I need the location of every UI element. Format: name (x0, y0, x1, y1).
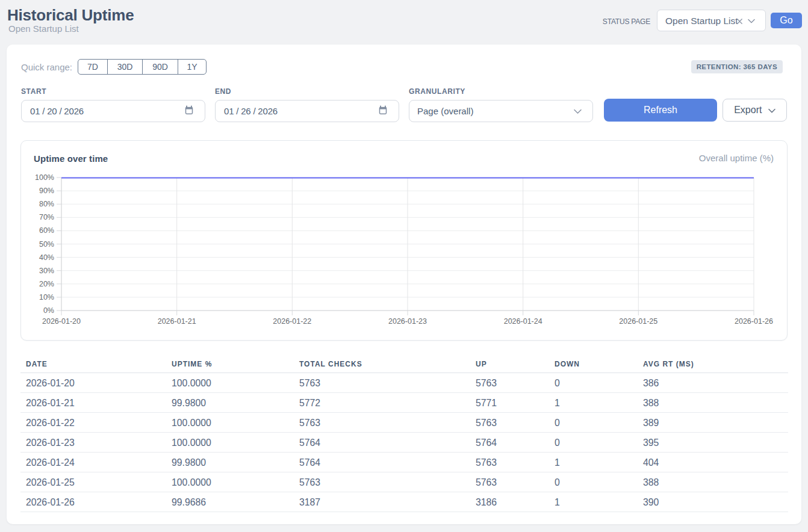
svg-text:2026-01-25: 2026-01-25 (619, 317, 657, 326)
svg-text:60%: 60% (39, 226, 54, 235)
svg-text:0%: 0% (43, 306, 54, 315)
svg-text:40%: 40% (39, 253, 54, 262)
svg-text:70%: 70% (39, 213, 54, 221)
svg-text:100%: 100% (35, 173, 54, 182)
svg-text:2026-01-23: 2026-01-23 (388, 317, 427, 326)
svg-text:2026-01-22: 2026-01-22 (273, 317, 311, 326)
svg-text:50%: 50% (39, 240, 54, 249)
svg-text:80%: 80% (39, 200, 54, 208)
svg-text:2026-01-21: 2026-01-21 (158, 317, 196, 326)
svg-text:10%: 10% (39, 293, 54, 302)
svg-text:2026-01-24: 2026-01-24 (504, 317, 542, 326)
svg-text:2026-01-26: 2026-01-26 (735, 317, 773, 326)
svg-text:2026-01-20: 2026-01-20 (42, 317, 81, 326)
svg-text:20%: 20% (39, 280, 54, 288)
svg-text:30%: 30% (39, 267, 54, 275)
svg-text:90%: 90% (39, 187, 54, 195)
